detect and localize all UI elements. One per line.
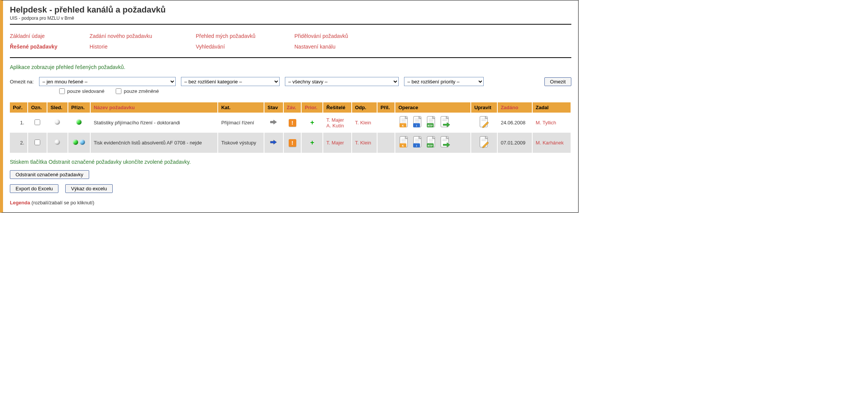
chk-pouze-sledovane-label[interactable]: pouze sledované [59, 88, 104, 94]
op-forward-icon[interactable] [439, 116, 451, 130]
th-resitele: Řešitelé [323, 102, 351, 113]
table-row: 2. Tisk evidenčních listů absolventů AF … [10, 133, 571, 153]
th-pril: Příl. [377, 102, 395, 113]
svg-text:K: K [402, 144, 404, 147]
priority-plus-icon: + [310, 119, 314, 126]
op-i-icon[interactable]: i [412, 116, 423, 130]
watch-dot-icon[interactable] [55, 140, 60, 145]
nav-pridelovani[interactable]: Přidělování požadavků [294, 31, 393, 41]
nav-tabs: Základní údaje Zadání nového požadavku P… [10, 31, 571, 52]
cell-resitele: T. Majer [323, 133, 351, 153]
svg-text:RTF: RTF [428, 124, 433, 127]
cell-operace: K i RTF [395, 133, 471, 153]
cell-operace: K i RTF [395, 113, 471, 133]
status-dot-icon [80, 140, 85, 145]
nav-zadani-noveho[interactable]: Zadání nového požadavku [90, 31, 196, 41]
th-operace: Operace [395, 102, 471, 113]
nav-zakladni-udaje[interactable]: Základní údaje [10, 31, 90, 41]
legend-toggle[interactable]: Legenda (rozbalí/zabalí se po kliknutí) [10, 200, 571, 205]
cell-por: 2. [10, 133, 28, 153]
svg-text:i: i [416, 144, 417, 147]
op-rtf-icon[interactable]: RTF [426, 116, 437, 130]
svg-text:RTF: RTF [428, 144, 433, 147]
op-k-icon[interactable]: K [398, 136, 410, 150]
svg-text:K: K [402, 124, 404, 127]
author-link[interactable]: M. Tyllich [536, 120, 556, 125]
cell-kat: Tiskové výstupy [218, 133, 264, 153]
responsible-link[interactable]: T. Klein [355, 120, 371, 125]
cell-zadal: M. Karhánek [532, 133, 571, 153]
th-odp: Odp. [352, 102, 377, 113]
filter-solver[interactable]: – jen mnou řešené – [39, 77, 176, 86]
priority-plus-icon: + [310, 139, 314, 146]
export-excel-button[interactable]: Export do Excelu [10, 184, 58, 193]
svg-text:i: i [416, 124, 417, 127]
cell-pril [377, 133, 395, 153]
chk-pouze-zmenene[interactable] [116, 88, 121, 94]
filter-checkboxes: pouze sledované pouze změněné [59, 88, 571, 94]
cell-odp: T. Klein [352, 133, 377, 153]
row-checkbox[interactable] [35, 140, 40, 145]
severity-icon: ! [289, 139, 296, 147]
table-row: 1. Statistiky přijímacího řízení - dokto… [10, 113, 571, 133]
th-ozn: Ozn. [28, 102, 47, 113]
th-zav[interactable]: Záv. [283, 102, 302, 113]
filter-state[interactable]: – všechny stavy – [285, 77, 399, 86]
th-kat: Kat. [218, 102, 264, 113]
cell-stav [264, 113, 283, 133]
solver-link[interactable]: A. Kutín [326, 123, 344, 129]
cell-nazev: Statistiky přijímacího řízení - doktoran… [90, 113, 218, 133]
cell-nazev: Tisk evidenčních listů absolventů AF 070… [90, 133, 218, 153]
status-dot-icon [76, 119, 82, 125]
cell-zadal: M. Tyllich [532, 113, 571, 133]
watch-dot-icon[interactable] [55, 119, 60, 125]
th-sled: Sled. [47, 102, 68, 113]
op-i-icon[interactable]: i [412, 136, 423, 150]
filter-category[interactable]: – bez rozlišení kategorie – [181, 77, 280, 86]
filter-priority[interactable]: – bez rozlišení priority – [404, 77, 484, 86]
op-forward-icon[interactable] [439, 136, 451, 150]
edit-icon[interactable] [478, 144, 490, 150]
solver-link[interactable]: T. Majer [326, 117, 344, 123]
th-prizn: Přízn. [68, 102, 90, 113]
th-por: Poř. [10, 102, 28, 113]
cell-pril [377, 113, 395, 133]
vykaz-excel-button[interactable]: Výkaz do excelu [65, 184, 113, 193]
op-k-icon[interactable]: K [398, 116, 410, 130]
page-title: Helpdesk - přehled kanálů a požadavků [10, 5, 571, 15]
th-zadal: Zadal [532, 102, 571, 113]
author-link[interactable]: M. Karhánek [536, 140, 564, 146]
th-stav: Stav [264, 102, 283, 113]
chk-pouze-zmenene-label[interactable]: pouze změněné [116, 88, 159, 94]
divider [10, 57, 571, 58]
op-rtf-icon[interactable]: RTF [426, 136, 437, 150]
nav-vyhledavani[interactable]: Vyhledávání [196, 41, 294, 52]
cell-stav [264, 133, 283, 153]
edit-icon[interactable] [478, 124, 490, 130]
chk-pouze-sledovane[interactable] [59, 88, 65, 94]
cell-resitele: T. MajerA. Kutín [323, 113, 351, 133]
filter-row: Omezit na: – jen mnou řešené – – bez roz… [10, 77, 571, 86]
solver-link[interactable]: T. Majer [326, 140, 344, 146]
status-dot-icon [73, 140, 78, 145]
row-checkbox[interactable] [35, 119, 40, 125]
filter-submit-button[interactable]: Omezit [544, 77, 571, 86]
nav-resene-pozadavky[interactable]: Řešené požadavky [10, 41, 90, 52]
requests-table: Poř. Ozn. Sled. Přízn. Název požadavku K… [10, 102, 571, 153]
th-upravit: Upravit [471, 102, 497, 113]
cell-zadano: 24.06.2008 [497, 113, 532, 133]
severity-icon: ! [289, 119, 296, 127]
nav-nastaveni-kanalu[interactable]: Nastavení kanálu [294, 41, 393, 52]
nav-historie[interactable]: Historie [90, 41, 196, 52]
page-subtitle: UIS - podpora pro MZLU v Brně [10, 16, 571, 21]
remove-hint: Stiskem tlačítka Odstranit označené poža… [10, 159, 571, 165]
nav-prehled-mych[interactable]: Přehled mých požadavků [196, 31, 294, 41]
responsible-link[interactable]: T. Klein [355, 140, 371, 146]
th-prior[interactable]: Prior. [301, 102, 323, 113]
divider [10, 24, 571, 25]
th-nazev[interactable]: Název požadavku [90, 102, 218, 113]
cell-por: 1. [10, 113, 28, 133]
remove-selected-button[interactable]: Odstranit označené požadavky [10, 170, 89, 179]
th-zadano[interactable]: Zadáno [497, 102, 532, 113]
cell-odp: T. Klein [352, 113, 377, 133]
